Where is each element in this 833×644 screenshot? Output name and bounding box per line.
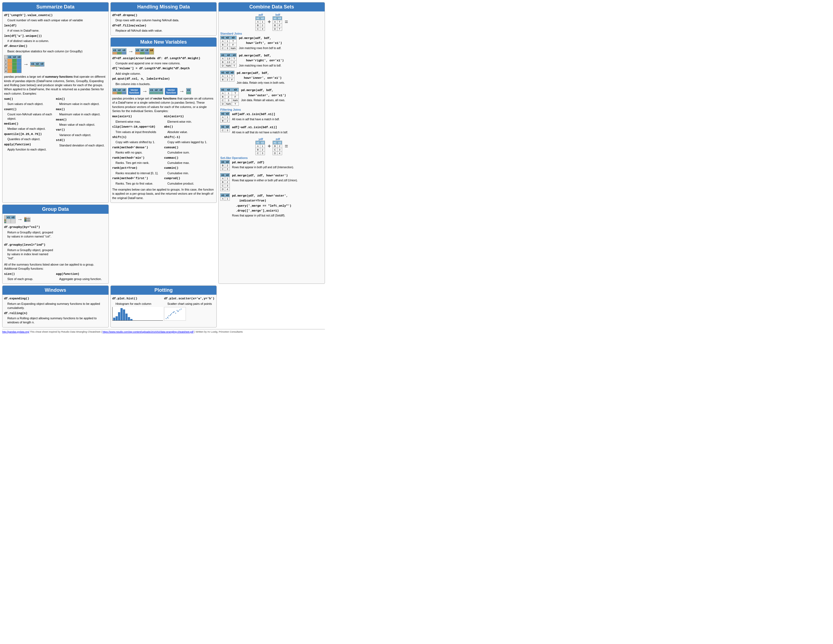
desc-setdiff: Rows that appear in ydf but not zdf (Set… xyxy=(232,214,291,217)
desc-abs: Absolute value. xyxy=(164,130,215,134)
desc-rank-min: Ranks. Ties get min rank. xyxy=(112,161,163,165)
windows-header: Windows xyxy=(2,286,108,295)
windows-section: Windows df.expanding() Return an Expandi… xyxy=(2,285,109,327)
code-median: median() xyxy=(4,122,19,126)
code-cummin: cummin() xyxy=(164,166,178,170)
code-rank-min: rank(method='min') xyxy=(112,156,145,159)
adf-label: adf xyxy=(256,13,266,16)
code-len-unique: len(df['w'].unique()) xyxy=(4,34,42,38)
code-cumprod: cumprod() xyxy=(164,177,180,180)
desc-left-join: Join matching rows from bdf to adf. xyxy=(239,46,282,50)
code-rolling: df.rolling(n) xyxy=(4,312,27,315)
desc-assign: Compute and append one or more new colum… xyxy=(112,61,215,66)
code-std: std() xyxy=(56,138,65,142)
desc-min: Minimum value in each object. xyxy=(56,102,106,106)
group-visual: c1c2 → xyxy=(4,216,107,223)
arrow-icon4: → xyxy=(179,88,185,94)
code-filter-join2: adf[~adf.x1.isin(bdf.x1)] xyxy=(232,126,277,129)
code-setdiff3: .query('_merge == "left_only"') xyxy=(232,204,291,208)
desc-mean: Mean value of each object. xyxy=(56,123,106,127)
desc-fillna: Replace all NA/null data with value. xyxy=(112,29,215,33)
footnote: http://pandas.pydata.org/ This cheat she… xyxy=(2,329,325,333)
summarize-header: Summarize Data xyxy=(2,2,108,11)
code-quantile: quantile([0.25,0.75]) xyxy=(4,132,42,136)
group-section: Group Data c1c2 → df.groupby(by="col xyxy=(2,204,109,284)
pandas-url[interactable]: http://pandas.pydata.org/ xyxy=(2,330,29,333)
dataframe-visual: c1c2c3 1 2 3 4 → c1c2c3 xyxy=(4,55,107,73)
per-group-text: The examples below can also be applied t… xyxy=(112,188,215,200)
plus-icon: + xyxy=(268,19,271,25)
code-filter-join1: adf[adf.x1.isin(bdf.x1)] xyxy=(232,113,275,116)
desc-rolling: Return a Rolling object allowing summary… xyxy=(4,316,107,325)
code-count: count() xyxy=(4,108,17,111)
code-scatter: df.plot.scatter(x='w',y='h') xyxy=(164,297,214,300)
vec-func-visual: c1c2c3 Vectorfunction → c1c2c3 Vectorfun… xyxy=(112,88,215,95)
desc-right-join: Join matching rows from adf to bdf. xyxy=(239,64,284,68)
group-body-text: All of the summary functions listed abov… xyxy=(4,262,107,271)
footnote-text: This cheat sheet inspired by Rstudio Dat… xyxy=(30,330,102,333)
desc-quantile: Quantiles of each object. xyxy=(4,137,55,141)
code-agg: agg(function) xyxy=(56,272,79,276)
ydf-label: ydf xyxy=(256,137,266,141)
code-setdiff1: pd.merge(ydf, zdf, how='outer', xyxy=(232,194,288,197)
group-extra-functions: size() Size of each group. agg(function)… xyxy=(4,272,107,282)
code-left-join: pd.merge(adf, bdf, xyxy=(239,37,271,40)
summary-body-text: pandas provides a large set of summary f… xyxy=(4,75,107,96)
code-setdiff2: indicator=True) xyxy=(232,199,266,202)
code-rank-dense: rank(method='dense') xyxy=(112,146,148,149)
desc-outer-join: Join data. Retain all values, all rows. xyxy=(241,98,286,102)
code-left-join2: how='left', on='x1') xyxy=(239,42,282,45)
desc-filter-join2: All rows in adf that do not have a match… xyxy=(232,130,288,134)
code-hist: df.plot.hist() xyxy=(112,297,137,300)
set-ops-label: Set-like Operations xyxy=(220,156,323,159)
vector-function-box: Vectorfunction xyxy=(128,88,141,95)
missing-section: Handling Missing Data df=df.dropna() Dro… xyxy=(110,2,217,36)
desc-shift1: Copy with values shifted by 1. xyxy=(112,140,163,144)
code-shift-1: shift(-1) xyxy=(164,135,180,139)
desc-rank-pct: Ranks rescaled to interval [0, 1]. xyxy=(112,171,163,175)
vector-body-text: pandas provides a large set of vector fu… xyxy=(112,97,215,113)
code-rank-pct: rank(pct=True) xyxy=(112,166,137,170)
standard-joins-label: Standard Joins xyxy=(220,32,323,35)
code-rank-first: rank(method='first') xyxy=(112,177,148,180)
desc-expanding: Return an Expanding object allowing summ… xyxy=(4,302,107,310)
arrow-icon5: → xyxy=(17,216,23,222)
rstudio-url[interactable]: https://www.rstudio.com/wp-content/uploa… xyxy=(103,330,193,333)
code-cummax: cummax() xyxy=(164,156,178,159)
desc-groupby-level: Return a GroupBy object, grouped by valu… xyxy=(4,248,55,261)
summary-functions-grid: sum() Sum values of each object. count()… xyxy=(4,97,107,152)
desc-count: Count non-NA/null values of each object. xyxy=(4,112,55,121)
code-right-join2: how='right', on='x1') xyxy=(239,59,284,62)
right-join: x1x2x3 A1.0T B2.0F DNaNT pd.merge(adf, b… xyxy=(220,53,323,68)
set-op-union: x1x2 A1 B2 C3 D4 pd.merge(ydf, zdf, how=… xyxy=(220,173,323,191)
code-groupby-col: df.groupby(by="col") xyxy=(4,225,40,229)
zdf-label: zdf xyxy=(273,137,283,141)
code-describe: df.describe() xyxy=(4,44,27,48)
code-inner-join2: how='inner', on='x1') xyxy=(236,76,281,80)
desc-max-axis: Element-wise max. xyxy=(112,120,163,124)
vector-function-box2: Vectorfunction xyxy=(165,88,177,95)
code-shift1: shift(1) xyxy=(112,135,127,139)
equals-icon2: = xyxy=(285,143,288,150)
desc-dropna: Drop rows with any column having NA/null… xyxy=(112,18,215,23)
desc-volume: Add single column. xyxy=(112,72,215,76)
desc-cummin: Cumulative min. xyxy=(164,171,215,175)
code-setdiff4: .drop(['_merge'],axis=1) xyxy=(232,209,279,213)
desc-max: Maximum value in each object. xyxy=(56,112,106,116)
code-dropna: df=df.dropna() xyxy=(112,14,137,17)
desc-apply: Apply function to each object. xyxy=(4,148,55,151)
combine-section: Combine Data Sets adf x1x2 A1 B2 C3 + bd… xyxy=(218,2,325,284)
filter-join-1: x1x2 A1 B2 adf[adf.x1.isin(bdf.x1)] All … xyxy=(220,112,323,123)
code-clip: clip(lower=-10,upper=10) xyxy=(112,125,155,129)
set-op-setdiff: x1x2 A1 pd.merge(ydf, zdf, how='outer', … xyxy=(220,193,323,219)
desc-value-counts: Count number of rows with each unique va… xyxy=(4,18,107,23)
set-op-intersect: x1x2 B2 C3 pd.merge(ydf, zdf) Rows that … xyxy=(220,160,323,171)
scatter-visual xyxy=(164,307,186,320)
filtering-joins-label: Filtering Joins xyxy=(220,108,323,111)
plus-icon2: + xyxy=(268,143,271,150)
bdf-label: bdf xyxy=(273,13,283,16)
arrow-icon2: → xyxy=(128,48,133,55)
desc-size: Size of each group. xyxy=(4,277,55,281)
makenew-visual-top: c1c2c3 → c1c2c3c4 xyxy=(112,48,215,55)
code-fillna: df=df.fillna(value) xyxy=(112,24,146,27)
